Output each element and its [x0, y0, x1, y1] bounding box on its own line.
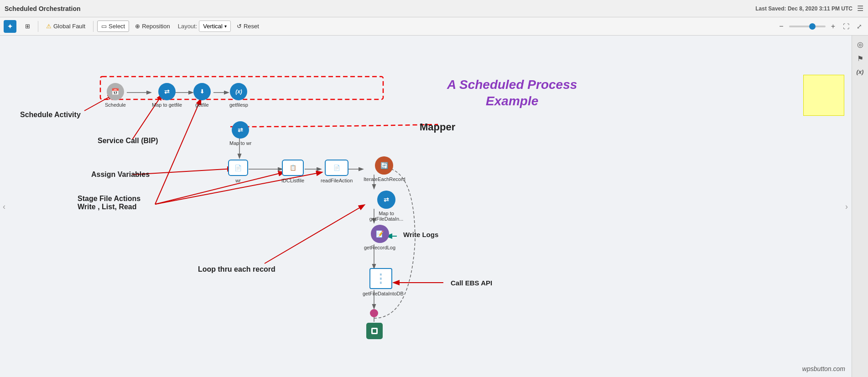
reposition-icon: ⊕ — [135, 23, 140, 30]
warning-icon: ⚠ — [46, 23, 52, 30]
separator-1 — [38, 21, 38, 32]
expand-icon[interactable]: ⛶ — [841, 22, 852, 31]
node-schedule[interactable]: 📅 Schedule — [105, 83, 126, 108]
node-getfilesp[interactable]: (x) getfilesp — [229, 83, 248, 108]
select-icon: ▭ — [101, 23, 107, 30]
node-map-to-getfiledatain[interactable]: ⇄ Map to getFileDataIn... — [364, 191, 409, 222]
node-getfiledataintodb[interactable]: ≡ ≡ ≡ getFileDataIntoDB — [363, 268, 399, 296]
node-readfileaction[interactable]: 📄 readFileAction — [321, 160, 353, 183]
node-getfile[interactable]: ⬇ getfile — [193, 83, 211, 108]
menu-icon[interactable]: ☰ — [857, 4, 863, 13]
watermark: wpsbutton.com — [802, 365, 845, 372]
left-nav-arrow[interactable]: ‹ — [3, 201, 5, 211]
svg-line-18 — [155, 99, 201, 204]
right-nav-arrow[interactable]: › — [845, 201, 848, 211]
annotation-schedule-activity: Schedule Activity — [20, 111, 81, 119]
flag-icon[interactable]: ⚑ — [857, 54, 863, 63]
annotation-call-ebs: Call EBS API — [451, 279, 492, 287]
layout-dropdown[interactable]: Vertical ▾ — [199, 21, 231, 32]
sticky-note[interactable] — [803, 75, 844, 116]
layout-label: Layout: — [178, 23, 198, 30]
select-button[interactable]: ▭ Select — [97, 21, 129, 32]
node-getrecordlog[interactable]: 📝 getRecordLog — [364, 225, 395, 250]
zoom-plus-button[interactable]: + — [828, 21, 838, 31]
node-end-green — [366, 323, 383, 339]
annotation-stage-file: Stage File Actions Write , List, Read — [78, 195, 140, 211]
node-idclistfile[interactable]: 📋 IDCListfile — [281, 160, 304, 183]
main-title: A Scheduled Process Example — [447, 77, 577, 110]
node-map-to-getfile[interactable]: ⇄ Map to getfile — [152, 83, 182, 108]
svg-line-16 — [155, 172, 284, 204]
target-icon[interactable]: ◎ — [857, 40, 863, 49]
expression-icon[interactable]: (x) — [857, 68, 864, 75]
node-end-pink — [370, 309, 378, 317]
chevron-down-icon: ▾ — [224, 24, 227, 29]
last-saved-text: Last Saved: Dec 8, 2020 3:11 PM UTC — [755, 5, 852, 12]
fullscreen-icon[interactable]: ⤢ — [854, 22, 864, 31]
grid-icon: ⊞ — [25, 23, 30, 30]
reset-button[interactable]: ↺ Reset — [233, 21, 263, 32]
global-fault-button[interactable]: ⚠ Global Fault — [42, 21, 89, 32]
separator-2 — [93, 21, 94, 32]
reposition-button[interactable]: ⊕ Reposition — [131, 21, 174, 32]
node-wr[interactable]: 📄 wr — [228, 160, 248, 183]
zoom-slider[interactable] — [789, 26, 826, 27]
node-map-to-wr[interactable]: ⇄ Map to wr — [229, 121, 251, 146]
annotation-assign-variables: Assign Variables — [91, 170, 150, 179]
annotation-mapper: Mapper — [420, 121, 455, 133]
zoom-minus-button[interactable]: − — [776, 21, 786, 31]
svg-line-15 — [132, 169, 233, 175]
app-title: Scheduled Orchestration — [5, 5, 80, 12]
node-iterate-each-record[interactable]: 🔄 IterateEachRecord — [364, 156, 405, 182]
annotation-loop: Loop thru each record — [198, 265, 275, 274]
svg-line-19 — [265, 205, 364, 263]
annotation-write-logs: Write Logs — [403, 231, 438, 238]
annotation-service-call: Service Call (BIP) — [98, 137, 158, 145]
logo-icon: ✦ — [4, 20, 16, 33]
grid-view-button[interactable]: ⊞ — [21, 21, 34, 32]
reset-icon: ↺ — [237, 23, 242, 30]
